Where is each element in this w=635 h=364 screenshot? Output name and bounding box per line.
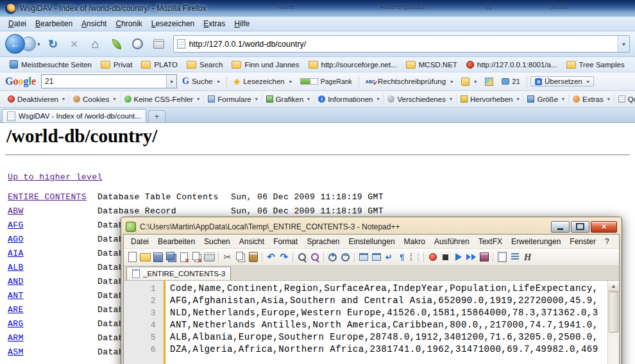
google-bookmarks-button[interactable]: Lesezeichen (230, 77, 295, 87)
autofill-button[interactable] (458, 78, 480, 86)
editor[interactable]: 1 Code,Name,Continent,Region,SurfaceArea… (124, 281, 619, 364)
notepadpp-menu-item[interactable]: Datei (126, 236, 153, 247)
toolbar-icon[interactable] (521, 251, 534, 263)
webdev-menu-item[interactable]: Verschiedenes (384, 94, 456, 104)
toolbar-icon[interactable] (291, 251, 295, 263)
webdev-menu-item[interactable]: Hervorheben (457, 94, 524, 104)
notepadpp-menu-item[interactable]: Bearbeiten (153, 236, 199, 247)
mdi-close-button[interactable]: X (614, 238, 620, 245)
google-search-button[interactable]: Suche (179, 76, 223, 87)
toolbar-icon[interactable] (296, 251, 308, 263)
spellcheck-button[interactable]: Rechtschreibprüfung (362, 78, 456, 85)
directory-entry-link[interactable]: ALB (8, 263, 97, 272)
url-text[interactable]: http://127.0.0.1/world-db/country/ (189, 40, 618, 49)
up-link[interactable]: Up to higher level (8, 172, 103, 182)
scroll-thumb[interactable] (609, 292, 618, 333)
toolbar-icon[interactable] (396, 251, 408, 263)
toolbar-icon[interactable] (190, 251, 203, 263)
minimize-button[interactable] (551, 221, 570, 233)
toolbar-icon[interactable] (491, 251, 495, 263)
notepadpp-menu-item[interactable]: Erweiterungen (507, 236, 565, 247)
url-dropdown-button[interactable] (618, 36, 629, 52)
firefox-titlebar[interactable]: WsgiDAV - Index of /world-db/country/ - … (0, 0, 635, 17)
toolbar-icon[interactable] (265, 251, 277, 263)
editor-line[interactable]: 4 ANT,Netherlands Antilles,North America… (124, 319, 608, 331)
toolbar-icon[interactable] (165, 251, 177, 263)
notepadpp-menu-item[interactable]: Sprachen (302, 236, 344, 247)
toolbar-icon[interactable] (383, 251, 395, 263)
bookmark-item[interactable]: Search (182, 61, 227, 69)
toolbar-icon[interactable] (260, 251, 264, 263)
menu-item[interactable]: Extras (199, 18, 230, 29)
webdev-menu-item[interactable]: Formulare (204, 94, 262, 104)
tab-wsgidav[interactable]: WsgiDAV - Index of /world-db/count... (2, 109, 146, 122)
notepadpp-menu-item[interactable]: Makro (400, 236, 430, 247)
webdev-menu-item[interactable]: Deaktivieren (4, 94, 69, 104)
webdev-menu-item[interactable]: Informationen (314, 94, 384, 104)
search-value[interactable]: 21 (45, 77, 166, 86)
toolbar-icon[interactable] (478, 251, 490, 263)
webdev-menu-item[interactable]: Quellte (614, 94, 635, 104)
directory-entry-link[interactable]: AFG (8, 220, 97, 230)
toolbar-icon[interactable] (352, 251, 357, 263)
editor-line[interactable]: 5 ALB,Albania,Europe,Southern Europe,287… (124, 331, 608, 343)
directory-entry-link[interactable]: ASM (8, 347, 97, 357)
toolbar-icon[interactable] (178, 251, 190, 263)
toolbar-icon[interactable] (509, 251, 521, 263)
menu-item[interactable]: Ansicht (77, 18, 111, 29)
directory-entry-link[interactable]: AIA (8, 249, 97, 258)
editor-line[interactable]: 1 Code,Name,Continent,Region,SurfaceArea… (124, 283, 608, 295)
vertical-scrollbar[interactable] (607, 281, 619, 364)
home-icon[interactable] (87, 35, 104, 53)
toolbar-icon[interactable] (339, 251, 351, 263)
maximize-button[interactable] (571, 221, 589, 233)
directory-entry-link[interactable]: ANT (8, 291, 97, 301)
menu-item[interactable]: Hilfe (230, 18, 254, 29)
back-button[interactable] (5, 34, 25, 54)
toolbar-icon[interactable] (357, 251, 369, 263)
scroll-up-button[interactable] (608, 281, 619, 292)
new-tab-button[interactable]: + (148, 110, 165, 122)
toolbar-icon[interactable] (370, 251, 382, 263)
bookmark-item[interactable]: Meistbesuchte Seiten (5, 60, 96, 69)
search-dropdown-icon[interactable] (166, 75, 176, 88)
directory-entry-link[interactable]: ARE (8, 305, 97, 315)
toolbar-icon[interactable] (139, 251, 151, 263)
menu-item[interactable]: Lesezeichen (147, 18, 199, 29)
webdev-menu-item[interactable]: Cookies (69, 94, 121, 104)
directory-entry-link[interactable]: ABW (8, 206, 97, 216)
toolbar-icon[interactable] (203, 251, 216, 263)
reload-icon[interactable] (45, 35, 62, 53)
toolbar-icon[interactable] (221, 251, 233, 263)
toolbar-icon[interactable] (152, 251, 164, 263)
url-bar[interactable]: http://127.0.0.1/world-db/country/ (173, 35, 630, 53)
directory-entry-link[interactable]: ARM (8, 333, 97, 343)
toolbar-icon[interactable] (427, 251, 439, 263)
directory-entry-link[interactable]: AGO (8, 235, 97, 244)
bookmark-item[interactable]: Finn und Jannes (227, 61, 303, 69)
google-search-input[interactable]: 21 (41, 74, 177, 88)
bookmark-item[interactable]: PLATO (137, 61, 182, 69)
editor-line[interactable]: 6 DZA,Algeria,Africa,Northern Africa,238… (124, 343, 608, 356)
toolbar-icon[interactable] (452, 251, 464, 263)
notepadpp-menu-item[interactable]: Ausführen (430, 236, 474, 247)
notepadpp-menu-item[interactable]: Format (269, 236, 302, 247)
webdev-menu-item[interactable]: Keine CSS-Fehler (121, 94, 205, 104)
editor-line[interactable]: 2 AFG,Afghanistan,Asia,Southern and Cent… (124, 295, 608, 307)
toolbar-icon[interactable] (409, 251, 421, 263)
highlighter-button[interactable] (482, 78, 496, 86)
menu-item[interactable]: Bearbeiten (31, 18, 77, 29)
toolbar-icon[interactable] (309, 251, 321, 263)
toolbar-icon[interactable] (326, 251, 339, 263)
toolbar-icon[interactable] (278, 251, 290, 263)
bookmark-item[interactable]: Tree Samples (562, 61, 629, 69)
bookmark-item[interactable]: Privat (96, 61, 137, 69)
close-button[interactable] (591, 221, 617, 233)
editor-tab[interactable]: _ENTIRE_CONTENTS-3 (126, 267, 231, 280)
bookmark-item[interactable]: MCSD.NET (402, 61, 462, 69)
webdev-menu-item[interactable]: Größe (523, 94, 569, 104)
notepadpp-menu-item[interactable]: ? (600, 236, 614, 247)
webdev-menu-item[interactable]: Grafiken (262, 94, 314, 104)
toolbar-icon[interactable] (439, 251, 452, 263)
menu-item[interactable]: Datei (4, 18, 31, 29)
